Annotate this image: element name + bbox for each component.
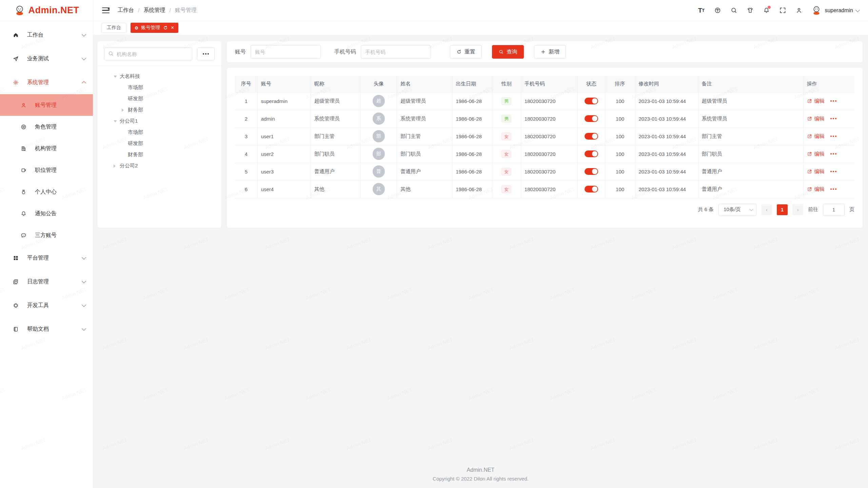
- search-icon[interactable]: [730, 7, 737, 14]
- tree-item[interactable]: 分公司2: [104, 160, 215, 171]
- tree-item[interactable]: 财务部: [104, 104, 215, 116]
- tree-item[interactable]: 研发部: [104, 93, 215, 104]
- sidebar-item-system-mgmt[interactable]: 系统管理: [0, 70, 93, 94]
- theme-icon[interactable]: [746, 7, 754, 14]
- status-toggle[interactable]: [585, 98, 598, 104]
- current-page-button[interactable]: 1: [777, 204, 788, 215]
- status-toggle[interactable]: [585, 186, 598, 192]
- add-button[interactable]: 新增: [534, 45, 566, 59]
- font-size-icon[interactable]: TT: [697, 7, 705, 14]
- footer-app-name: Admin.NET: [93, 466, 868, 474]
- edit-button[interactable]: 编辑: [807, 151, 825, 157]
- account-input[interactable]: [251, 45, 321, 59]
- breadcrumb-workbench[interactable]: 工作台: [118, 7, 134, 14]
- fullscreen-icon[interactable]: [779, 7, 786, 14]
- cell-no: 3: [235, 127, 257, 145]
- edit-button[interactable]: 编辑: [807, 98, 825, 104]
- edit-button[interactable]: 编辑: [807, 186, 825, 192]
- sidebar-item-log-mgmt[interactable]: 日志管理: [0, 270, 93, 293]
- tree-item[interactable]: 研发部: [104, 138, 215, 149]
- query-button[interactable]: 查询: [492, 45, 524, 59]
- position-icon: [20, 167, 27, 174]
- chevron-up-icon: [82, 81, 86, 85]
- gear-icon: [13, 79, 19, 86]
- prev-page-button[interactable]: ‹: [761, 204, 772, 215]
- sidebar-item-workbench[interactable]: 工作台: [0, 23, 93, 47]
- tree-item[interactable]: 分公司1: [104, 116, 215, 127]
- tree-caret-down-icon[interactable]: [114, 76, 120, 78]
- tree-item[interactable]: 财务部: [104, 149, 215, 160]
- row-more-button[interactable]: [830, 100, 836, 102]
- status-toggle[interactable]: [585, 150, 598, 157]
- search-icon: [498, 49, 504, 55]
- breadcrumb-separator: /: [169, 7, 171, 14]
- column-header: 状态: [578, 76, 605, 92]
- collapse-sidebar-icon[interactable]: [102, 7, 110, 14]
- row-more-button[interactable]: [830, 118, 836, 119]
- row-more-button[interactable]: [830, 188, 836, 190]
- cell-status: [578, 180, 605, 198]
- tree-caret-down-icon[interactable]: [114, 120, 120, 122]
- next-page-button[interactable]: ›: [792, 204, 803, 215]
- row-more-button[interactable]: [830, 136, 836, 137]
- sidebar-item-business-test[interactable]: 业务测试: [0, 47, 93, 70]
- language-icon[interactable]: [714, 7, 721, 14]
- sidebar-item-profile-center[interactable]: 个人中心: [0, 181, 93, 203]
- cell-remark: 部门主管: [698, 127, 803, 145]
- query-label: 查询: [507, 48, 517, 56]
- status-toggle[interactable]: [585, 168, 598, 175]
- sidebar-item-position-mgmt[interactable]: 职位管理: [0, 159, 93, 181]
- tab-label: 工作台: [107, 25, 121, 31]
- notification-bell-icon[interactable]: [763, 7, 770, 14]
- sidebar-item-notice[interactable]: 通知公告: [0, 203, 93, 224]
- status-toggle[interactable]: [585, 115, 598, 122]
- sidebar-item-platform-mgmt[interactable]: 平台管理: [0, 246, 93, 270]
- cell-birth: 1986-06-28: [452, 110, 492, 127]
- tree-item[interactable]: 市场部: [104, 127, 215, 138]
- table-header-row: 序号账号昵称头像姓名出生日期性别手机号码状态排序修改时间备注操作: [235, 76, 854, 92]
- tree-item-label: 研发部: [128, 140, 143, 147]
- row-more-button[interactable]: [830, 153, 836, 155]
- org-search-input[interactable]: [104, 47, 192, 60]
- status-toggle[interactable]: [585, 133, 598, 140]
- chevron-down-icon: [855, 8, 860, 12]
- edit-button[interactable]: 编辑: [807, 168, 825, 175]
- tree-item[interactable]: 市场部: [104, 82, 215, 93]
- page-size-select[interactable]: 10条/页: [718, 204, 756, 216]
- phone-input[interactable]: [361, 45, 431, 59]
- cell-gender: 男: [492, 92, 521, 110]
- tab-account-mgmt[interactable]: 账号管理 ×: [131, 23, 178, 33]
- column-header: 性别: [492, 76, 521, 92]
- sidebar-item-account-mgmt[interactable]: 账号管理: [0, 94, 93, 116]
- sidebar-item-label: 开发工具: [27, 302, 82, 309]
- tab-close-icon[interactable]: ×: [171, 25, 174, 30]
- tree-caret-right-icon[interactable]: [122, 108, 128, 112]
- sidebar-item-label: 业务测试: [27, 55, 82, 62]
- tree-caret-right-icon[interactable]: [114, 164, 120, 168]
- breadcrumb-system[interactable]: 系统管理: [143, 7, 165, 14]
- sidebar-item-dev-tools[interactable]: 开发工具: [0, 293, 93, 317]
- user-menu[interactable]: superadmin: [811, 5, 859, 16]
- edit-button[interactable]: 编辑: [807, 133, 825, 140]
- building-icon: [20, 145, 27, 152]
- sidebar-item-third-account[interactable]: 三方账号: [0, 224, 93, 246]
- cell-no: 2: [235, 110, 257, 127]
- edit-button[interactable]: 编辑: [807, 116, 825, 122]
- cell-remark: 普通用户: [698, 180, 803, 198]
- tab-refresh-icon[interactable]: [163, 25, 168, 30]
- org-more-button[interactable]: [197, 47, 215, 60]
- logo[interactable]: Admin.NET: [0, 0, 93, 21]
- total-count: 共 6 条: [698, 206, 714, 213]
- tree-item[interactable]: 大名科技: [104, 71, 215, 82]
- user-icon[interactable]: [795, 7, 803, 14]
- sidebar-item-help-docs[interactable]: 帮助文档: [0, 317, 93, 341]
- sidebar-item-role-mgmt[interactable]: 角色管理: [0, 116, 93, 138]
- reset-button[interactable]: 重置: [450, 45, 482, 59]
- notification-dot: [768, 6, 771, 9]
- row-more-button[interactable]: [830, 171, 836, 172]
- gender-badge: 女: [501, 133, 511, 140]
- tab-workbench[interactable]: 工作台: [101, 23, 126, 33]
- sidebar-item-org-mgmt[interactable]: 机构管理: [0, 138, 93, 159]
- sidebar-item-label: 职位管理: [35, 167, 85, 174]
- goto-page-input[interactable]: [823, 204, 845, 216]
